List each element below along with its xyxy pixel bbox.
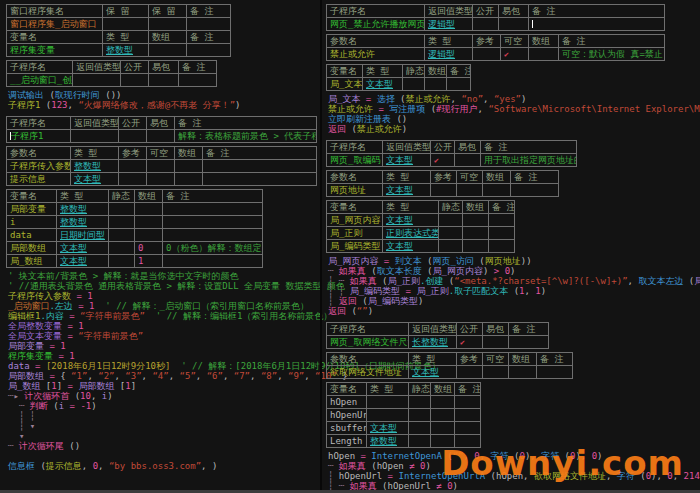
table-cell[interactable]: 备 注	[187, 5, 231, 18]
table-cell[interactable]	[529, 18, 665, 31]
table-cell[interactable]	[109, 242, 135, 255]
table-cell[interactable]	[163, 255, 263, 268]
table-cell[interactable]	[103, 18, 149, 31]
table-cell[interactable]	[473, 18, 499, 31]
table-cell[interactable]: 静态	[403, 65, 425, 78]
table-cell[interactable]: 类 型	[57, 190, 109, 203]
code-line[interactable]: 局部数组 = { “1”, “2”, “3”, “4”, “5”, “6”, “…	[8, 371, 320, 381]
table-cell[interactable]	[109, 255, 135, 268]
table-cell[interactable]	[483, 336, 509, 349]
table-cell[interactable]: 1	[135, 255, 163, 268]
table-cell[interactable]: 参考	[431, 171, 457, 184]
table-cell[interactable]	[135, 229, 163, 242]
code-line[interactable]: 编辑框1.内容 = “字符串前景色” ' // 解释：编辑框1（索引用名称前景色…	[8, 311, 320, 321]
table-cell[interactable]	[409, 435, 431, 448]
table-cell[interactable]: 文本型	[409, 366, 457, 379]
table-cell[interactable]: 返回值类型	[425, 5, 473, 18]
table-cell[interactable]	[147, 173, 175, 186]
table-cell[interactable]	[455, 396, 481, 409]
table-cell[interactable]: 0（粉色）解释：数组定义	[163, 242, 263, 255]
table-cell[interactable]: 数组	[149, 31, 187, 44]
code-line[interactable]: 局_文本 = 选择 (禁止或允许, “no”, “yes”)	[328, 94, 698, 104]
table-cell[interactable]	[457, 366, 483, 379]
table-cell[interactable]: 备 注	[489, 201, 515, 214]
code-line[interactable]: ┄ 判断 (i = -1)	[8, 401, 320, 411]
table-cell[interactable]: 易包	[483, 323, 509, 336]
table-cell[interactable]: 网页_取编码	[327, 154, 383, 167]
code-line[interactable]: 禁止或允许 = 写注册项 (#现行用户, “Software\Microsoft…	[328, 104, 698, 114]
table-cell[interactable]: 可空：默认为假 真=禁止 假=允许	[559, 48, 665, 61]
table-cell[interactable]: 参考	[473, 35, 501, 48]
table-cell[interactable]: 文本型	[57, 255, 109, 268]
code-line[interactable]: 返回 (禁止或允许)	[328, 124, 698, 134]
table-cell[interactable]: 类 型	[71, 147, 119, 160]
code-line[interactable]: ┆ ▾	[8, 421, 320, 431]
table-cell[interactable]: 公开	[431, 141, 455, 154]
table-cell[interactable]: i	[7, 216, 57, 229]
table-cell[interactable]	[439, 227, 463, 240]
table-cell[interactable]: 可空	[501, 35, 529, 48]
code-line[interactable]: ' //通用表头背景色 通用表格背景色 > 解释：设置DLL 全局变量 数据类型…	[8, 281, 320, 291]
table-cell[interactable]: hOpenUrl	[327, 409, 367, 422]
table-cell[interactable]: 备 注	[163, 190, 263, 203]
table-cell[interactable]: 参数名	[327, 353, 409, 366]
table-cell[interactable]: 保 留	[103, 5, 149, 18]
table-cell[interactable]	[203, 160, 317, 173]
table-cell[interactable]	[119, 160, 147, 173]
table-cell[interactable]: 可空	[457, 171, 483, 184]
table-cell[interactable]: 子程序传入参数	[7, 160, 71, 173]
table-cell[interactable]: 备 注	[447, 65, 471, 78]
table-cell[interactable]: 变量名	[7, 31, 103, 44]
table-cell[interactable]	[109, 203, 135, 216]
table-cell[interactable]	[431, 422, 455, 435]
table-cell[interactable]	[489, 214, 515, 227]
table-cell[interactable]	[455, 154, 481, 167]
table-cell[interactable]: 禁止或允许	[327, 48, 425, 61]
table-cell[interactable]	[187, 18, 231, 31]
table-cell[interactable]: 可空	[147, 147, 175, 160]
table-cell[interactable]: 公开	[473, 5, 499, 18]
table-cell[interactable]: 备 注	[511, 171, 559, 184]
table-cell[interactable]: 可空	[483, 353, 509, 366]
table-cell[interactable]: 子程序名	[327, 5, 425, 18]
table-cell[interactable]: ✔	[501, 48, 529, 61]
table-cell[interactable]: 备 注	[509, 323, 549, 336]
table-cell[interactable]	[457, 184, 483, 197]
table-cell[interactable]: 数组	[425, 65, 447, 78]
table-cell[interactable]: 类 型	[383, 201, 439, 214]
table-cell[interactable]: 静态	[439, 201, 463, 214]
table-cell[interactable]	[409, 409, 431, 422]
table-cell[interactable]: 参考	[457, 353, 483, 366]
code-line[interactable]: _启动窗口.左边 = 1 ' // 解释：_启动窗口（索引用窗口名称前景色）	[8, 301, 320, 311]
table-cell[interactable]	[163, 229, 263, 242]
table-cell[interactable]	[455, 422, 481, 435]
table-cell[interactable]: data	[7, 229, 57, 242]
table-cell[interactable]: 0	[135, 242, 163, 255]
table-cell[interactable]	[439, 214, 463, 227]
table-cell[interactable]: 数组	[175, 147, 203, 160]
table-cell[interactable]: 备 注	[481, 141, 577, 154]
code-line[interactable]: 局_网页内容 = 到文本 (网页_访问 (网页地址))	[328, 256, 698, 266]
table-cell[interactable]	[121, 74, 149, 87]
table-cell[interactable]	[483, 184, 511, 197]
code-line[interactable]: 调试输出 (取现行时间 ())	[8, 90, 320, 100]
code-line[interactable]: ┆ ┆ 局_编码类型 = 局_正则.取子匹配文本 (1, 1)	[328, 286, 698, 296]
table-cell[interactable]	[431, 396, 455, 409]
table-cell[interactable]	[135, 203, 163, 216]
table-cell[interactable]: hOpen	[327, 396, 367, 409]
table-cell[interactable]: 返回值类型	[73, 61, 121, 74]
table-cell[interactable]: 网页_取网络文件尺寸	[327, 336, 409, 349]
table-cell[interactable]: 日期时间型	[57, 229, 109, 242]
table-cell[interactable]: 公开	[457, 323, 483, 336]
table-cell[interactable]	[179, 74, 217, 87]
code-line[interactable]: 全局整数变量 = 1	[8, 321, 320, 331]
table-cell[interactable]	[149, 44, 187, 57]
table-cell[interactable]	[149, 74, 179, 87]
table-cell[interactable]: Length	[327, 435, 367, 448]
code-line[interactable]: ┄▸ 计次循环首 (10, i)	[8, 391, 320, 401]
code-line[interactable]: ┄ 计次循环尾 ()	[8, 441, 320, 451]
table-cell[interactable]	[425, 78, 447, 91]
table-cell[interactable]: 局_正则	[327, 227, 383, 240]
table-cell[interactable]: ✔	[457, 336, 483, 349]
table-cell[interactable]: 类 型	[367, 383, 409, 396]
